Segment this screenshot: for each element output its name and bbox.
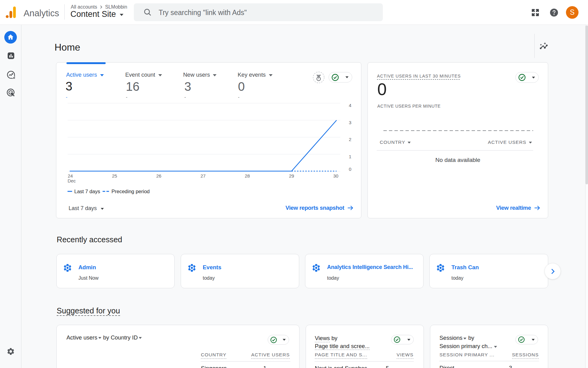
svg-text:25: 25	[112, 173, 117, 178]
svg-text:28: 28	[245, 173, 250, 178]
svg-text:Last 7 days: Last 7 days	[74, 189, 100, 194]
svg-text:Preceding period: Preceding period	[111, 189, 150, 194]
svg-text:27: 27	[201, 173, 206, 178]
svg-text:26: 26	[156, 173, 161, 178]
svg-text:3: 3	[349, 120, 351, 125]
svg-text:30: 30	[333, 173, 338, 178]
svg-text:Dec: Dec	[68, 178, 76, 183]
svg-text:24: 24	[68, 173, 73, 178]
svg-text:2: 2	[349, 137, 351, 142]
svg-text:0: 0	[349, 167, 351, 172]
svg-text:29: 29	[289, 173, 294, 178]
svg-text:1: 1	[349, 154, 351, 159]
svg-text:4: 4	[349, 103, 351, 108]
